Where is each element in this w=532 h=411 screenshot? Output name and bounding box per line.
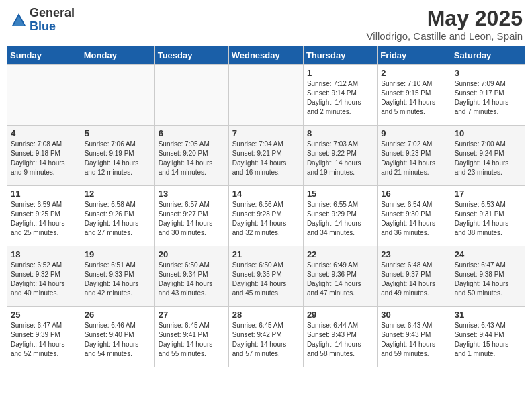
calendar-cell: 4Sunrise: 7:08 AM Sunset: 9:18 PM Daylig… xyxy=(7,126,81,186)
calendar-week-row: 18Sunrise: 6:52 AM Sunset: 9:32 PM Dayli… xyxy=(7,246,525,307)
day-info: Sunrise: 7:02 AM Sunset: 9:23 PM Dayligh… xyxy=(381,140,447,177)
calendar-cell: 15Sunrise: 6:55 AM Sunset: 9:29 PM Dayli… xyxy=(303,186,377,246)
calendar-cell: 17Sunrise: 6:53 AM Sunset: 9:31 PM Dayli… xyxy=(451,186,525,246)
day-number: 15 xyxy=(307,189,373,199)
col-header-saturday: Saturday xyxy=(451,46,525,65)
month-year-title: May 2025 xyxy=(367,7,523,30)
calendar-cell: 8Sunrise: 7:03 AM Sunset: 9:22 PM Daylig… xyxy=(303,126,377,186)
calendar-table: SundayMondayTuesdayWednesdayThursdayFrid… xyxy=(7,46,525,367)
day-number: 16 xyxy=(381,189,447,199)
col-header-wednesday: Wednesday xyxy=(228,46,303,65)
day-info: Sunrise: 6:43 AM Sunset: 9:43 PM Dayligh… xyxy=(381,321,447,359)
calendar-cell xyxy=(7,65,81,126)
calendar-week-row: 11Sunrise: 6:59 AM Sunset: 9:25 PM Dayli… xyxy=(7,186,525,246)
day-number: 11 xyxy=(11,189,77,199)
day-number: 18 xyxy=(11,249,77,259)
calendar-week-row: 25Sunrise: 6:47 AM Sunset: 9:39 PM Dayli… xyxy=(7,307,525,367)
day-info: Sunrise: 7:04 AM Sunset: 9:21 PM Dayligh… xyxy=(232,140,300,177)
day-number: 12 xyxy=(85,189,151,199)
calendar-cell: 23Sunrise: 6:48 AM Sunset: 9:37 PM Dayli… xyxy=(378,246,451,307)
day-info: Sunrise: 7:06 AM Sunset: 9:19 PM Dayligh… xyxy=(85,140,151,177)
day-number: 5 xyxy=(85,128,151,138)
calendar-week-row: 4Sunrise: 7:08 AM Sunset: 9:18 PM Daylig… xyxy=(7,126,525,186)
calendar-cell xyxy=(228,65,303,126)
calendar-cell: 16Sunrise: 6:54 AM Sunset: 9:30 PM Dayli… xyxy=(378,186,451,246)
title-block: May 2025 Villodrigo, Castille and Leon, … xyxy=(367,7,523,42)
day-number: 4 xyxy=(11,128,77,138)
calendar-cell xyxy=(81,65,154,126)
day-number: 2 xyxy=(381,68,447,78)
day-info: Sunrise: 6:58 AM Sunset: 9:26 PM Dayligh… xyxy=(85,200,151,238)
day-info: Sunrise: 6:46 AM Sunset: 9:40 PM Dayligh… xyxy=(85,321,151,359)
calendar-cell: 24Sunrise: 6:47 AM Sunset: 9:38 PM Dayli… xyxy=(451,246,525,307)
calendar-cell: 29Sunrise: 6:44 AM Sunset: 9:43 PM Dayli… xyxy=(303,307,377,367)
day-info: Sunrise: 6:45 AM Sunset: 9:42 PM Dayligh… xyxy=(232,321,300,359)
day-info: Sunrise: 7:03 AM Sunset: 9:22 PM Dayligh… xyxy=(307,140,373,177)
day-number: 25 xyxy=(11,310,77,320)
calendar-cell: 21Sunrise: 6:50 AM Sunset: 9:35 PM Dayli… xyxy=(228,246,303,307)
day-info: Sunrise: 7:12 AM Sunset: 9:14 PM Dayligh… xyxy=(307,79,373,117)
day-info: Sunrise: 6:57 AM Sunset: 9:27 PM Dayligh… xyxy=(159,200,225,238)
day-info: Sunrise: 6:59 AM Sunset: 9:25 PM Dayligh… xyxy=(11,200,77,238)
day-number: 10 xyxy=(455,128,521,138)
calendar-cell: 9Sunrise: 7:02 AM Sunset: 9:23 PM Daylig… xyxy=(378,126,451,186)
calendar-cell: 14Sunrise: 6:56 AM Sunset: 9:28 PM Dayli… xyxy=(228,186,303,246)
calendar-cell: 7Sunrise: 7:04 AM Sunset: 9:21 PM Daylig… xyxy=(228,126,303,186)
calendar-cell: 27Sunrise: 6:45 AM Sunset: 9:41 PM Dayli… xyxy=(154,307,228,367)
day-info: Sunrise: 6:50 AM Sunset: 9:34 PM Dayligh… xyxy=(159,261,225,298)
col-header-monday: Monday xyxy=(81,46,154,65)
day-number: 28 xyxy=(232,310,300,320)
day-number: 19 xyxy=(85,249,151,259)
day-info: Sunrise: 6:55 AM Sunset: 9:29 PM Dayligh… xyxy=(307,200,373,238)
day-number: 29 xyxy=(307,310,373,320)
day-info: Sunrise: 6:52 AM Sunset: 9:32 PM Dayligh… xyxy=(11,261,77,298)
day-info: Sunrise: 6:51 AM Sunset: 9:33 PM Dayligh… xyxy=(85,261,151,298)
calendar-cell: 13Sunrise: 6:57 AM Sunset: 9:27 PM Dayli… xyxy=(154,186,228,246)
day-number: 23 xyxy=(381,249,447,259)
calendar-cell: 28Sunrise: 6:45 AM Sunset: 9:42 PM Dayli… xyxy=(228,307,303,367)
calendar-cell: 5Sunrise: 7:06 AM Sunset: 9:19 PM Daylig… xyxy=(81,126,154,186)
day-info: Sunrise: 7:05 AM Sunset: 9:20 PM Dayligh… xyxy=(159,140,225,177)
calendar-cell: 18Sunrise: 6:52 AM Sunset: 9:32 PM Dayli… xyxy=(7,246,81,307)
day-number: 14 xyxy=(232,189,300,199)
day-number: 20 xyxy=(159,249,225,259)
calendar-cell: 26Sunrise: 6:46 AM Sunset: 9:40 PM Dayli… xyxy=(81,307,154,367)
day-number: 9 xyxy=(381,128,447,138)
logo-blue-text: Blue xyxy=(30,19,56,33)
day-number: 17 xyxy=(455,189,521,199)
day-info: Sunrise: 6:50 AM Sunset: 9:35 PM Dayligh… xyxy=(232,261,300,298)
calendar-cell: 3Sunrise: 7:09 AM Sunset: 9:17 PM Daylig… xyxy=(451,65,525,126)
day-info: Sunrise: 6:44 AM Sunset: 9:43 PM Dayligh… xyxy=(307,321,373,359)
day-number: 22 xyxy=(307,249,373,259)
col-header-tuesday: Tuesday xyxy=(154,46,228,65)
day-info: Sunrise: 6:45 AM Sunset: 9:41 PM Dayligh… xyxy=(159,321,225,359)
day-info: Sunrise: 7:00 AM Sunset: 9:24 PM Dayligh… xyxy=(455,140,521,177)
day-info: Sunrise: 7:10 AM Sunset: 9:15 PM Dayligh… xyxy=(381,79,447,117)
location-subtitle: Villodrigo, Castille and Leon, Spain xyxy=(367,30,523,42)
calendar-cell: 31Sunrise: 6:43 AM Sunset: 9:44 PM Dayli… xyxy=(451,307,525,367)
day-number: 3 xyxy=(455,68,521,78)
day-number: 26 xyxy=(85,310,151,320)
logo: General Blue xyxy=(9,7,75,34)
day-info: Sunrise: 7:08 AM Sunset: 9:18 PM Dayligh… xyxy=(11,140,77,177)
calendar-cell: 20Sunrise: 6:50 AM Sunset: 9:34 PM Dayli… xyxy=(154,246,228,307)
day-number: 1 xyxy=(307,68,373,78)
calendar-cell: 10Sunrise: 7:00 AM Sunset: 9:24 PM Dayli… xyxy=(451,126,525,186)
day-number: 6 xyxy=(159,128,225,138)
page-header: General Blue May 2025 Villodrigo, Castil… xyxy=(7,7,525,42)
calendar-header-row: SundayMondayTuesdayWednesdayThursdayFrid… xyxy=(7,46,525,65)
day-info: Sunrise: 6:49 AM Sunset: 9:36 PM Dayligh… xyxy=(307,261,373,298)
col-header-thursday: Thursday xyxy=(303,46,377,65)
day-info: Sunrise: 6:47 AM Sunset: 9:38 PM Dayligh… xyxy=(455,261,521,298)
day-info: Sunrise: 6:48 AM Sunset: 9:37 PM Dayligh… xyxy=(381,261,447,298)
calendar-cell: 25Sunrise: 6:47 AM Sunset: 9:39 PM Dayli… xyxy=(7,307,81,367)
logo-general-text: General xyxy=(30,6,75,19)
calendar-cell: 19Sunrise: 6:51 AM Sunset: 9:33 PM Dayli… xyxy=(81,246,154,307)
calendar-cell: 6Sunrise: 7:05 AM Sunset: 9:20 PM Daylig… xyxy=(154,126,228,186)
col-header-friday: Friday xyxy=(378,46,451,65)
day-info: Sunrise: 6:56 AM Sunset: 9:28 PM Dayligh… xyxy=(232,200,300,238)
day-number: 13 xyxy=(159,189,225,199)
calendar-cell: 12Sunrise: 6:58 AM Sunset: 9:26 PM Dayli… xyxy=(81,186,154,246)
calendar-cell: 11Sunrise: 6:59 AM Sunset: 9:25 PM Dayli… xyxy=(7,186,81,246)
day-number: 31 xyxy=(455,310,521,320)
